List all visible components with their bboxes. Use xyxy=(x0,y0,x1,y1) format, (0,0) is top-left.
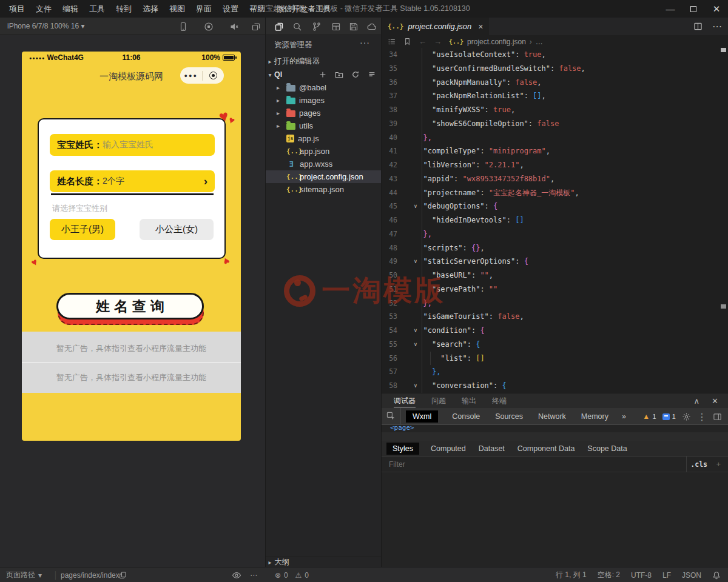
menu-item-微信开发者工具[interactable]: 微信开发者工具 xyxy=(271,0,337,18)
mute-icon[interactable] xyxy=(229,22,239,32)
inspector-tab-dataset[interactable]: Dataset xyxy=(477,443,506,455)
panel-tab-调试器[interactable]: 调试器 xyxy=(394,393,416,408)
tree-item-project.config.json[interactable]: {..}project.config.json xyxy=(266,170,381,183)
menu-item-视图[interactable]: 视图 xyxy=(164,0,190,18)
open-editors-section[interactable]: ▸ 打开的编辑器 xyxy=(266,55,381,68)
devtools-tab-console[interactable]: Console xyxy=(451,410,481,423)
save-icon[interactable] xyxy=(349,22,359,32)
panel-tab-输出[interactable]: 输出 xyxy=(462,393,476,408)
menu-item-帮助[interactable]: 帮助 xyxy=(244,0,271,18)
multi-window-icon[interactable] xyxy=(251,22,261,32)
tree-item-pages[interactable]: ▸pages xyxy=(266,107,381,119)
search-icon[interactable] xyxy=(292,22,302,32)
exit-target-icon[interactable] xyxy=(203,72,224,79)
name-length-picker[interactable]: 姓名长度： 2个字 › xyxy=(50,170,215,192)
refresh-icon[interactable] xyxy=(351,70,360,79)
encoding-setting[interactable]: UTF-8 xyxy=(631,571,652,580)
outline-list-icon[interactable] xyxy=(388,38,396,46)
breadcrumb-more[interactable]: … xyxy=(536,38,543,46)
tab-project-config-json[interactable]: {..} project.config.json × xyxy=(382,18,489,35)
menu-item-文件[interactable]: 文件 xyxy=(30,0,57,18)
close-button[interactable]: ✕ xyxy=(705,0,728,18)
eol-setting[interactable]: LF xyxy=(662,571,671,580)
name-query-button[interactable]: 姓名查询 xyxy=(56,293,204,319)
tree-item-app.wxss[interactable]: Ǝapp.wxss xyxy=(266,158,381,170)
menu-item-工具[interactable]: 工具 xyxy=(84,0,110,18)
git-branch-icon[interactable] xyxy=(312,22,322,32)
panel-tab-终端[interactable]: 终端 xyxy=(492,393,507,408)
toggle-class-button[interactable]: .cls xyxy=(690,460,707,469)
split-editor-icon[interactable] xyxy=(693,22,703,31)
scrollbar-mark[interactable] xyxy=(721,304,726,309)
notifications-bell-icon[interactable] xyxy=(712,571,721,580)
back-icon[interactable]: ← xyxy=(419,37,426,46)
device-selector[interactable]: iPhone 6/7/8 100% 16 ▾ xyxy=(7,18,84,35)
page-path-value[interactable]: pages/index/index xyxy=(61,567,120,582)
compile-icon[interactable] xyxy=(204,22,214,32)
copy-path-icon[interactable] xyxy=(119,567,127,582)
new-style-rule-button[interactable]: + xyxy=(716,460,721,469)
new-folder-icon[interactable] xyxy=(335,70,343,79)
indent-setting[interactable]: 空格: 2 xyxy=(598,570,620,580)
more-actions-icon[interactable]: ⋯ xyxy=(712,21,722,32)
close-panel-icon[interactable]: ✕ xyxy=(712,396,718,406)
menu-item-界面[interactable]: 界面 xyxy=(190,0,217,18)
inspector-tab-scope-data[interactable]: Scope Data xyxy=(586,443,628,455)
scrollbar-mark[interactable] xyxy=(721,48,726,52)
surname-input[interactable]: 宝宝姓氏： 输入宝宝姓氏 xyxy=(50,134,215,156)
pages-panel-icon[interactable] xyxy=(274,22,284,32)
page-path-selector[interactable]: 页面路径 ▾ xyxy=(6,567,42,582)
devtools-tab-memory[interactable]: Memory xyxy=(580,410,610,423)
forward-icon[interactable]: → xyxy=(434,37,442,46)
menu-item-设置[interactable]: 设置 xyxy=(217,0,244,18)
inspector-tab-component-data[interactable]: Component Data xyxy=(516,443,576,455)
devtools-tab-sources[interactable]: Sources xyxy=(494,410,524,423)
tree-item-utils[interactable]: ▸utils xyxy=(266,119,381,132)
kebab-menu-icon[interactable]: ⋮ xyxy=(697,411,707,423)
panel-tab-问题[interactable]: 问题 xyxy=(431,393,446,408)
tree-item-sitemap.json[interactable]: {..}sitemap.json xyxy=(266,183,381,196)
tree-item-app.js[interactable]: jsapp.js xyxy=(266,132,381,145)
tree-item-@babel[interactable]: ▸@babel xyxy=(266,81,381,94)
filter-input[interactable]: Filter xyxy=(389,460,405,469)
collapse-all-icon[interactable] xyxy=(368,70,376,79)
menu-item-转到[interactable]: 转到 xyxy=(110,0,137,18)
outline-section[interactable]: ▸ 大纲 xyxy=(266,557,381,567)
layout-grid-icon[interactable] xyxy=(331,22,341,32)
devtools-tab-network[interactable]: Network xyxy=(537,410,567,423)
devtools-tab-wxml[interactable]: Wxml xyxy=(406,410,438,423)
cloud-upload-icon[interactable] xyxy=(367,22,377,32)
minimize-button[interactable]: — xyxy=(659,0,682,18)
inspect-element-icon[interactable] xyxy=(382,408,401,425)
panel-splitter[interactable] xyxy=(382,432,728,441)
bookmark-icon[interactable] xyxy=(403,38,411,45)
male-button[interactable]: 小王子(男) xyxy=(50,219,115,240)
tree-item-app.json[interactable]: {..}app.json xyxy=(266,145,381,158)
warning-icon[interactable]: ▲ xyxy=(642,412,650,421)
more-menu-icon[interactable]: ●●● xyxy=(180,73,202,79)
message-icon[interactable] xyxy=(662,413,670,420)
devtools-settings-icon[interactable] xyxy=(682,412,691,421)
dock-side-icon[interactable] xyxy=(713,412,722,421)
capsule-menu[interactable]: ●●● xyxy=(180,67,224,84)
page-node[interactable]: <page> xyxy=(390,425,728,432)
inspector-tab-styles[interactable]: Styles xyxy=(386,443,419,455)
inspector-tab-computed[interactable]: Computed xyxy=(430,443,467,455)
phone-icon[interactable] xyxy=(178,22,188,32)
new-file-icon[interactable] xyxy=(318,70,327,79)
maximize-button[interactable] xyxy=(682,0,705,18)
explorer-more-icon[interactable]: ··· xyxy=(360,38,370,47)
menu-item-选择[interactable]: 选择 xyxy=(137,0,164,18)
menu-item-项目[interactable]: 项目 xyxy=(4,0,30,18)
menu-item-编辑[interactable]: 编辑 xyxy=(57,0,84,18)
problems-indicator[interactable]: ⊗ 0 ⚠ 0 xyxy=(275,567,309,582)
tree-item-images[interactable]: ▸images xyxy=(266,94,381,107)
female-button[interactable]: 小公主(女) xyxy=(140,219,214,240)
breadcrumb-file[interactable]: project.config.json xyxy=(467,38,526,46)
collapse-panel-icon[interactable]: ∧ xyxy=(694,396,700,406)
language-mode[interactable]: JSON xyxy=(682,571,701,580)
more-tabs-icon[interactable]: » xyxy=(621,410,627,423)
project-root-section[interactable]: ▾ QI xyxy=(266,68,381,81)
cursor-position[interactable]: 行 1, 列 1 xyxy=(556,570,587,580)
statusbar-more-icon[interactable]: ⋯ xyxy=(250,567,257,582)
